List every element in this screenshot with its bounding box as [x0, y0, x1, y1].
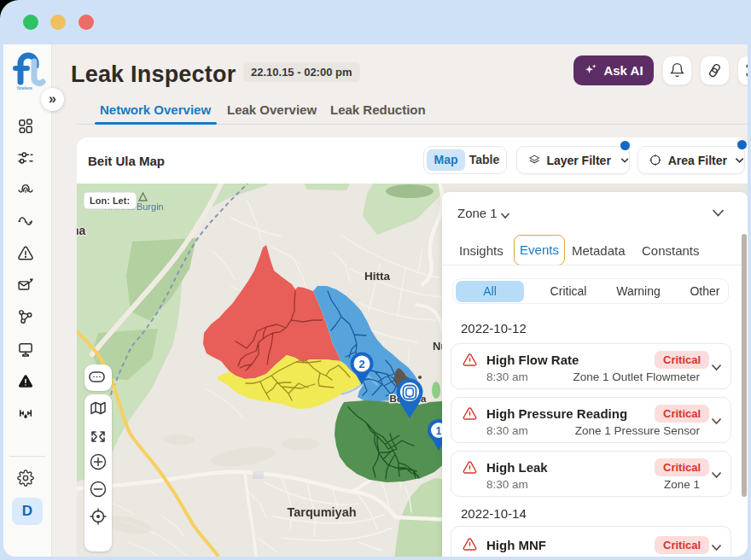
- svg-text:1: 1: [436, 425, 442, 437]
- svg-text:flowless: flowless: [17, 85, 32, 90]
- svg-text:Tarqumiyah: Tarqumiyah: [287, 505, 356, 519]
- svg-text:2: 2: [358, 358, 364, 370]
- svg-text:Hitta: Hitta: [364, 270, 390, 283]
- svg-text:ha: ha: [77, 224, 86, 237]
- svg-text:Lon: Let:: Lon: Let:: [90, 195, 130, 206]
